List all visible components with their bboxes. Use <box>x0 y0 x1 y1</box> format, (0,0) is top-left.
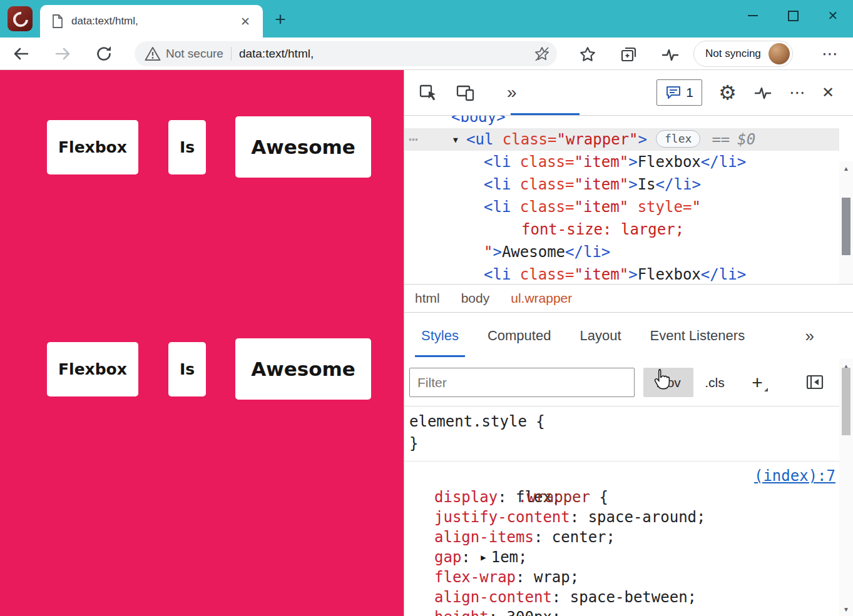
favorites-star-icon <box>578 45 597 64</box>
settings-more-button[interactable]: ⋯ <box>817 44 842 64</box>
new-tab-button[interactable]: + <box>269 9 292 30</box>
expand-arrow-icon[interactable]: ▼ <box>453 129 458 151</box>
scrollbar-thumb[interactable] <box>842 368 850 435</box>
breadcrumb-ul-wrapper[interactable]: ul.wrapper <box>511 291 572 306</box>
dom-line-li-flexbox[interactable]: <li class="item">Flexbox</li> <box>404 151 839 173</box>
css-declaration-align-content[interactable]: align-content: space-between; <box>434 587 835 607</box>
collections-button[interactable] <box>618 45 640 64</box>
css-property-name: gap <box>434 548 461 566</box>
code-token: </li> <box>701 266 746 283</box>
devtools-settings-button[interactable]: ⚙ <box>718 81 737 104</box>
tab-styles[interactable]: Styles <box>421 313 459 359</box>
add-favorite-icon[interactable] <box>533 45 551 63</box>
css-declaration-height[interactable]: height: 300px; <box>434 607 835 616</box>
device-toolbar-button[interactable] <box>456 83 476 103</box>
content-area: FlexboxIsAwesome FlexboxIsAwesome » 1 ⚙ <box>0 70 853 616</box>
code-token: ; <box>688 588 697 606</box>
tab-layout[interactable]: Layout <box>580 313 621 359</box>
code-token: <li <box>484 176 511 193</box>
code-token: > <box>638 131 647 148</box>
expand-shorthand-icon[interactable]: ▶ <box>479 552 491 562</box>
code-token: : <box>534 528 552 546</box>
rule-header: .wrapper { (index):7 <box>409 465 835 487</box>
inspect-icon <box>418 83 438 103</box>
code-token: </li> <box>656 176 701 193</box>
favorites-button[interactable] <box>577 45 598 64</box>
edge-logo-icon <box>8 6 33 31</box>
elements-scrollbar[interactable]: ▲ ▼ <box>839 161 853 285</box>
style-filter-input[interactable] <box>409 368 635 397</box>
code-token: "item" <box>575 153 629 171</box>
address-bar[interactable]: Not secure data:text/html, <box>135 41 557 66</box>
flex-item-flexbox: Flexbox <box>47 342 138 396</box>
scroll-down-icon[interactable]: ▼ <box>839 604 853 614</box>
refresh-button[interactable] <box>93 44 115 64</box>
breadcrumb-html[interactable]: html <box>415 291 440 306</box>
element-style-rule[interactable]: element.style { <box>409 413 545 430</box>
tab-event-listeners[interactable]: Event Listeners <box>650 313 745 359</box>
dock-sidebar-icon <box>805 373 824 391</box>
css-property-value: 1em <box>491 548 518 566</box>
code-token: "item" <box>575 198 629 216</box>
maximize-button[interactable] <box>773 0 813 31</box>
scrollbar-thumb[interactable] <box>842 198 850 255</box>
new-style-rule-button[interactable]: + <box>743 368 771 397</box>
last-selected-reference: $0 <box>737 131 755 148</box>
active-panel-indicator <box>511 113 580 115</box>
devtools-close-button[interactable]: ✕ <box>822 84 834 101</box>
node-menu-icon[interactable]: ⋯ <box>409 128 417 151</box>
css-property-name: flex-wrap <box>434 568 516 586</box>
css-selector[interactable]: .wrapper <box>518 488 590 506</box>
dom-line-content: <li class="item">Flexbox</li> <box>404 266 746 283</box>
css-property-value: 300px <box>507 608 552 616</box>
feedback-count: 1 <box>686 85 693 100</box>
devtools-more-button[interactable]: ⋯ <box>789 83 805 103</box>
css-property-value: wrap <box>534 568 570 586</box>
not-secure-warning-icon[interactable] <box>145 46 161 62</box>
code-token: ; <box>552 608 561 616</box>
tab-close-icon[interactable]: ✕ <box>235 13 255 30</box>
element-classes-button[interactable]: .cls <box>695 368 735 397</box>
more-panels-button[interactable]: » <box>507 83 517 103</box>
toggle-sidebar-button[interactable] <box>805 373 824 391</box>
styles-scrollbar[interactable]: ▲ ▼ <box>839 359 853 616</box>
forward-button[interactable] <box>51 44 74 64</box>
code-token: "wrapper" <box>557 131 638 148</box>
security-label[interactable]: Not secure <box>166 47 223 61</box>
inspect-element-button[interactable] <box>418 83 438 103</box>
code-token: : <box>461 548 479 566</box>
stylesheet-source-link[interactable]: (index):7 <box>754 465 835 487</box>
minimize-button[interactable] <box>733 0 773 31</box>
breadcrumb-body[interactable]: body <box>461 291 490 306</box>
profile-button[interactable]: Not syncing <box>693 41 793 67</box>
close-button[interactable]: ✕ <box>813 0 853 31</box>
feedback-button[interactable]: 1 <box>656 79 702 106</box>
url-text[interactable]: data:text/html, <box>239 47 533 61</box>
browser-tab[interactable]: data:text/html, ✕ <box>40 5 263 38</box>
tabs-overflow-button[interactable]: » <box>805 313 814 359</box>
equals-sign: == <box>712 131 730 148</box>
scroll-up-icon[interactable]: ▲ <box>839 163 853 173</box>
dom-line-li-style-open[interactable]: <li class="item" style=" <box>404 196 839 218</box>
titlebar: data:text/html, ✕ + ✕ <box>0 0 853 38</box>
dom-line-li-is[interactable]: <li class="item">Is</li> <box>404 173 839 196</box>
browser-essentials-button[interactable] <box>660 45 681 64</box>
css-property-name: align-content <box>434 588 552 606</box>
dom-line-ul-wrapper[interactable]: ⋯▼<ul class="wrapper">flex==$0 <box>404 128 839 151</box>
page-content: FlexboxIsAwesome FlexboxIsAwesome <box>0 70 404 616</box>
tab-computed[interactable]: Computed <box>488 313 551 359</box>
dom-line-style-value[interactable]: font-size: larger; <box>404 218 839 241</box>
css-declaration-flex-wrap[interactable]: flex-wrap: wrap; <box>434 567 835 587</box>
flex-badge[interactable]: flex <box>656 130 700 148</box>
sync-status-label: Not syncing <box>705 48 761 60</box>
code-token: Flexbox <box>638 153 701 171</box>
dom-line-li-style-close[interactable]: ">Awesome</li> <box>404 241 839 263</box>
back-button[interactable] <box>10 44 33 64</box>
dom-line-body[interactable]: <body> <box>404 116 839 128</box>
dom-line-li-flexbox-2[interactable]: <li class="item">Flexbox</li> <box>404 263 839 284</box>
code-token: class= <box>511 153 574 171</box>
devtools-essentials-button[interactable] <box>753 83 773 103</box>
code-token: "item" <box>575 176 629 193</box>
flex-item-is: Is <box>168 342 206 396</box>
pulse-icon <box>753 83 773 103</box>
